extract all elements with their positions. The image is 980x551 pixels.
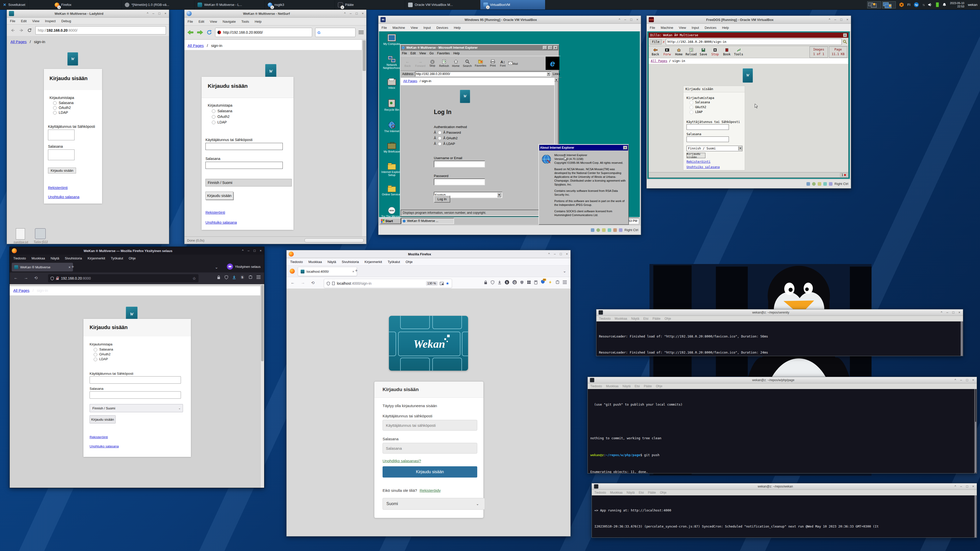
username-input[interactable]: [89, 376, 181, 384]
ie-refresh-button[interactable]: Refresh: [438, 59, 450, 67]
close-button[interactable]: ×: [958, 309, 960, 316]
rollup-button[interactable]: ^: [955, 483, 956, 490]
menu-ohje[interactable]: Ohje: [660, 491, 667, 494]
scrollbar-thumb[interactable]: [261, 285, 264, 361]
scrollbar-thumb[interactable]: [363, 40, 366, 71]
minimize-button[interactable]: –: [834, 16, 836, 24]
password-input[interactable]: [48, 149, 75, 160]
extension-s-icon[interactable]: S: [505, 280, 509, 284]
dillo-home-button[interactable]: Home: [673, 48, 684, 56]
back-icon[interactable]: ←: [14, 275, 18, 280]
close-button[interactable]: ×: [554, 46, 558, 49]
forward-icon[interactable]: →: [24, 275, 28, 280]
all-pages-link[interactable]: All Pages: [651, 59, 667, 63]
download-icon[interactable]: [232, 275, 236, 279]
extension-s-icon[interactable]: S: [240, 275, 245, 279]
menu-tiedosto[interactable]: Tiedosto: [290, 260, 303, 264]
menu-ohje[interactable]: Ohje: [656, 384, 662, 388]
desktop-icon-my-computer[interactable]: My Computer: [381, 34, 402, 45]
menu-muokkaa[interactable]: Muokkaa: [308, 260, 322, 264]
menu-debug[interactable]: Debug: [61, 19, 71, 23]
dillo-bookmarks-button[interactable]: Book: [721, 48, 732, 56]
minimize-button[interactable]: –: [152, 10, 154, 17]
url-bar[interactable]: localhost:4000/sign-in 130 % ★: [324, 279, 452, 288]
username-input[interactable]: [434, 161, 485, 167]
battery-icon[interactable]: [936, 2, 939, 7]
register-link[interactable]: Rekisteröinti: [687, 160, 711, 164]
tab-localhost[interactable]: localhost:4000/ ×: [298, 267, 357, 276]
forward-icon[interactable]: [19, 29, 24, 32]
menu-file[interactable]: File: [402, 52, 407, 55]
maximize-button[interactable]: □: [254, 247, 256, 254]
dillo-back-button[interactable]: Back: [650, 48, 661, 56]
all-pages-link[interactable]: All Pages: [11, 40, 27, 44]
menu-hamburger-icon[interactable]: [359, 30, 364, 35]
maximize-button[interactable]: □: [630, 16, 632, 24]
menu-edit[interactable]: Edit: [410, 52, 416, 55]
maximize-button[interactable]: □: [159, 10, 161, 17]
url-bar[interactable]: http://192.168.0.20:8000/: [35, 26, 166, 35]
forgot-password-link[interactable]: Unohtuiko salasana: [48, 195, 80, 199]
radio-oauth2[interactable]: [53, 106, 57, 110]
close-button[interactable]: ×: [623, 146, 627, 149]
menu-etsi[interactable]: Etsi: [635, 384, 640, 388]
language-select[interactable]: Finnish / Suomi: [205, 179, 292, 186]
terminal-output[interactable]: (use "git push" to publish your local co…: [588, 389, 977, 473]
minimize-button[interactable]: –: [554, 250, 555, 258]
desktop-icon-online-services[interactable]: Online Services: [381, 186, 402, 196]
radio-password[interactable]: [212, 110, 215, 113]
address-input[interactable]: http://192.168.0.20:8000/ ▼: [415, 71, 551, 76]
menu-view[interactable]: View: [679, 26, 686, 30]
dillo-forward-button[interactable]: Forw: [662, 48, 673, 56]
desktop-icon-ie-setup[interactable]: Internet Explorer Setup: [381, 164, 402, 176]
ladybird-titlebar[interactable]: WeKan ® Multiverse - Ladybird ^–□×: [7, 10, 169, 17]
clock[interactable]: 2023-05-10 22:53: [950, 2, 964, 8]
terminal-titlebar[interactable]: wekan@z: ~/repos/wekan ^–□×: [592, 483, 977, 490]
start-button[interactable]: Start: [380, 218, 401, 224]
vertical-scrollbar[interactable]: [260, 284, 264, 488]
menu-inspect[interactable]: Inspect: [45, 19, 56, 23]
tab-list-chevron-icon[interactable]: ⌄: [215, 265, 218, 270]
menu-muokkaa[interactable]: Muokkaa: [615, 317, 627, 321]
bookmark-star-icon[interactable]: ★: [446, 281, 449, 286]
ie-forward-button[interactable]: →Forward: [414, 59, 427, 67]
minimize-button[interactable]: –: [350, 10, 352, 17]
shield-check-icon[interactable]: [224, 275, 228, 279]
desktop-icon-try-msn[interactable]: MSN Try The Micros...: [381, 207, 402, 218]
menu-sivuhistoria[interactable]: Sivuhistoria: [65, 256, 82, 260]
minimize-button[interactable]: –: [624, 16, 626, 24]
menu-muokkaa[interactable]: Muokkaa: [606, 384, 619, 388]
forward-icon[interactable]: →: [301, 280, 305, 285]
username-input[interactable]: [687, 124, 729, 130]
menu-edit[interactable]: Edit: [199, 20, 204, 24]
dillo-tools-button[interactable]: Tools: [733, 48, 744, 56]
menu-navigate[interactable]: Navigate: [223, 20, 235, 24]
account-lock-icon[interactable]: [484, 280, 487, 284]
vbox-titlebar[interactable]: 95 Windows 95 [Running] - Oracle VM Virt…: [379, 16, 641, 24]
ie-print-button[interactable]: Print: [488, 59, 498, 67]
signin-button[interactable]: Kirjaudu sisään: [48, 168, 76, 173]
back-icon[interactable]: ←: [291, 280, 295, 285]
reload-icon[interactable]: ⟲: [34, 275, 38, 280]
download-icon[interactable]: [498, 280, 501, 284]
firefox-titlebar[interactable]: WeKan ® Multiverse — Mozilla Firefox Yks…: [10, 247, 264, 254]
extension-lightning-icon[interactable]: [548, 280, 552, 284]
desktop-icon-my-briefcase[interactable]: My Briefcase: [381, 143, 402, 153]
dillo-save-button[interactable]: Save: [698, 48, 709, 56]
menu-help[interactable]: Help: [255, 20, 262, 24]
signin-button[interactable]: Kirjaudu sisään: [383, 466, 477, 478]
taskbar-task-wekan[interactable]: WeKan ® Multiverse ...: [401, 218, 454, 224]
menu-sivuhistoria[interactable]: Sivuhistoria: [342, 260, 359, 264]
tab-wekan[interactable]: WeKan ® Multiverse ×: [12, 263, 73, 272]
radio-oauth2[interactable]: [438, 137, 442, 140]
account-lock-icon[interactable]: [217, 275, 221, 279]
username-input[interactable]: [383, 420, 477, 430]
extension-q-icon[interactable]: Q: [512, 280, 517, 284]
dillo-stop-button[interactable]: Stop: [710, 48, 721, 56]
register-link[interactable]: Rekisteröinti: [48, 186, 68, 190]
links-button[interactable]: Links: [553, 72, 560, 76]
menu-view[interactable]: View: [410, 26, 418, 30]
desktop-icon-recycle-bin[interactable]: Recycle Bin: [381, 99, 402, 111]
search-box[interactable]: G: [315, 28, 355, 37]
menu-favorites[interactable]: Favorites: [437, 52, 450, 55]
